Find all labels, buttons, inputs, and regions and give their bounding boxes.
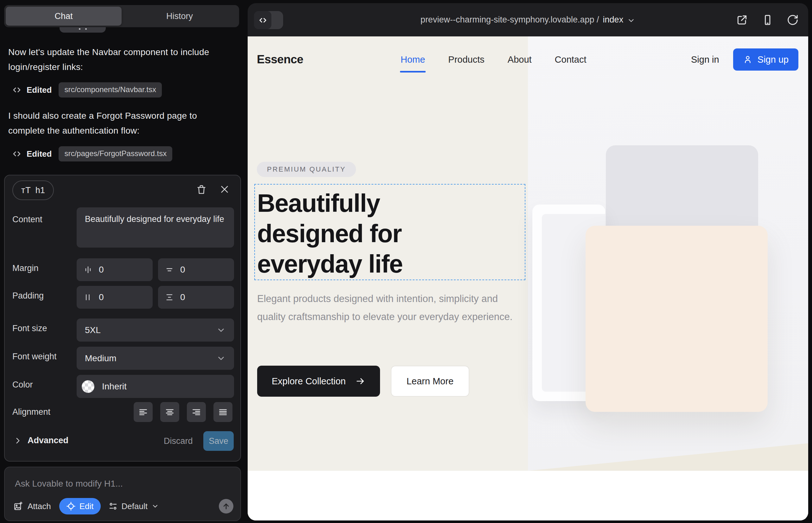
edited-file-row: Edited src/pages/ForgotPassword.tsx <box>12 146 172 161</box>
edited-label: Edited <box>27 149 52 159</box>
discard-button[interactable]: Discard <box>164 436 193 446</box>
close-icon[interactable] <box>219 184 230 194</box>
font-size-select[interactable]: 5XL <box>77 319 234 342</box>
padding-horizontal-icon <box>84 293 92 302</box>
chevron-down-icon <box>216 354 226 363</box>
nav-home[interactable]: Home <box>401 54 425 65</box>
scrolled-message-pill <box>59 27 106 33</box>
site-preview: Essence Home Products About Contact Sign… <box>248 36 808 521</box>
advanced-label: Advanced <box>28 436 68 446</box>
font-size-value: 5XL <box>85 325 101 335</box>
learn-more-button[interactable]: Learn More <box>391 366 469 397</box>
sign-up-button[interactable]: Sign up <box>733 49 798 71</box>
chat-input-box: Ask Lovable to modify H1... Attach Edit … <box>4 467 241 521</box>
explore-collection-label: Explore Collection <box>272 376 346 386</box>
decorative-card-beige <box>586 226 768 412</box>
color-label: Color <box>12 380 33 390</box>
align-left-button[interactable] <box>134 402 153 422</box>
padding-label: Padding <box>12 291 44 301</box>
edit-mode-button[interactable]: Edit <box>59 498 101 515</box>
site-header: Essence Home Products About Contact Sign… <box>248 36 808 83</box>
alignment-label: Alignment <box>12 407 50 417</box>
mode-label: Default <box>122 502 147 511</box>
font-weight-select[interactable]: Medium <box>77 347 234 370</box>
hero-heading-line: designed for <box>257 218 403 249</box>
align-center-button[interactable] <box>160 402 179 422</box>
element-tag-name: h1 <box>35 185 45 195</box>
hero-badge: PREMIUM QUALITY <box>257 162 356 177</box>
assistant-message: Now let's update the Navbar component to… <box>8 44 235 74</box>
chevron-down-icon <box>152 502 159 510</box>
learn-more-label: Learn More <box>407 376 454 386</box>
padding-x-input[interactable]: 0 <box>77 286 153 309</box>
color-select[interactable]: Inherit <box>77 375 234 398</box>
user-icon <box>743 55 753 64</box>
hero-cta-row: Explore Collection Learn More <box>257 366 469 397</box>
next-section-background <box>248 471 808 521</box>
external-link-icon[interactable] <box>736 14 748 26</box>
align-justify-button[interactable] <box>213 402 232 422</box>
delete-element-button[interactable] <box>196 184 207 195</box>
selected-element-tag: тT h1 <box>12 180 54 200</box>
sign-up-label: Sign up <box>758 54 789 65</box>
margin-x-input[interactable]: 0 <box>77 258 153 281</box>
lovable-sidebar: Chat History Now let's update the Navbar… <box>0 0 247 523</box>
margin-vertical-icon <box>165 265 174 274</box>
file-badge[interactable]: src/components/Navbar.tsx <box>58 82 161 97</box>
edited-label: Edited <box>27 85 52 95</box>
chevron-down-icon <box>216 325 226 335</box>
hero-paragraph: Elegant products designed with intention… <box>257 290 515 326</box>
margin-label: Margin <box>12 264 39 273</box>
margin-y-input[interactable]: 0 <box>158 258 234 281</box>
save-button[interactable]: Save <box>203 431 234 451</box>
image-plus-icon <box>13 501 23 511</box>
chevron-down-icon <box>627 16 635 25</box>
hero-heading[interactable]: Beautifully designed for everyday life <box>257 188 403 279</box>
font-weight-label: Font weight <box>12 352 57 362</box>
align-right-button[interactable] <box>187 402 206 422</box>
code-icon <box>12 85 21 95</box>
font-weight-value: Medium <box>85 353 117 363</box>
padding-y-input[interactable]: 0 <box>158 286 234 309</box>
font-size-label: Font size <box>12 324 47 333</box>
arrow-right-icon <box>355 376 366 386</box>
explore-collection-button[interactable]: Explore Collection <box>257 366 380 397</box>
nav-contact[interactable]: Contact <box>555 54 586 65</box>
file-badge[interactable]: src/pages/ForgotPassword.tsx <box>58 146 172 161</box>
advanced-toggle[interactable]: Advanced <box>14 436 68 446</box>
margin-horizontal-icon <box>84 265 92 274</box>
attach-label: Attach <box>28 502 51 511</box>
model-mode-button[interactable]: Default <box>108 502 159 511</box>
tab-chat[interactable]: Chat <box>6 7 122 26</box>
brand-logo[interactable]: Essence <box>257 53 303 66</box>
type-icon: тT <box>21 185 31 195</box>
preview-actions <box>736 3 799 36</box>
margin-y-value: 0 <box>180 265 185 275</box>
content-input[interactable]: Beautifully designed for everyday life <box>77 208 234 248</box>
padding-vertical-icon <box>165 293 174 302</box>
preview-topbar: preview--charming-site-symphony.lovable.… <box>248 3 808 36</box>
hero-heading-line: Beautifully <box>257 188 403 218</box>
site-nav: Home Products About Contact <box>401 36 586 83</box>
hero-heading-line: everyday life <box>257 249 403 279</box>
mobile-device-icon[interactable] <box>761 14 773 26</box>
refresh-icon[interactable] <box>787 14 799 26</box>
nav-products[interactable]: Products <box>448 54 484 65</box>
url-breadcrumb[interactable]: preview--charming-site-symphony.lovable.… <box>248 3 808 36</box>
sign-in-link[interactable]: Sign in <box>691 54 719 65</box>
nav-about[interactable]: About <box>508 54 532 65</box>
chat-input-toolbar: Attach Edit Default <box>13 498 233 515</box>
url-domain: preview--charming-site-symphony.lovable.… <box>421 15 599 25</box>
tab-history[interactable]: History <box>122 7 237 26</box>
attach-button[interactable]: Attach <box>13 501 51 511</box>
send-button[interactable] <box>219 499 233 513</box>
url-path: index <box>603 15 623 25</box>
color-value: Inherit <box>102 381 127 392</box>
arrow-up-icon <box>222 502 231 511</box>
code-icon <box>12 149 21 159</box>
ellipsis-dots-icon <box>79 28 81 30</box>
target-icon <box>66 502 76 511</box>
padding-y-value: 0 <box>180 292 185 302</box>
element-editor-panel: тT h1 Content Beautifully designed for e… <box>4 175 241 462</box>
chat-input[interactable]: Ask Lovable to modify H1... <box>15 479 123 489</box>
